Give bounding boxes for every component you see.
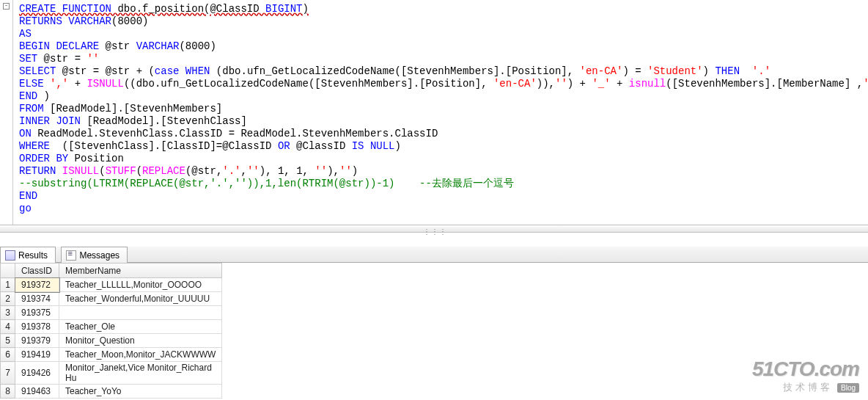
table-row[interactable]: 6919419Teacher_Moon,Monitor_JACKWWWW bbox=[1, 348, 222, 362]
tab-results-label: Results bbox=[18, 250, 48, 261]
cell-membername[interactable]: Teacher_LLLLLL,Monitor_OOOOO bbox=[59, 278, 222, 292]
cell-classid[interactable]: 919419 bbox=[15, 348, 59, 362]
row-number[interactable]: 8 bbox=[1, 385, 15, 399]
row-number[interactable]: 1 bbox=[1, 278, 15, 292]
cell-classid[interactable]: 919379 bbox=[15, 334, 59, 348]
corner-cell[interactable] bbox=[1, 263, 15, 278]
sql-editor-pane[interactable]: - CREATE FUNCTION dbo.f_position(@ClassI… bbox=[0, 0, 868, 225]
cell-classid[interactable]: 919375 bbox=[15, 306, 59, 320]
row-number[interactable]: 4 bbox=[1, 320, 15, 334]
code-area[interactable]: CREATE FUNCTION dbo.f_position(@ClassID … bbox=[0, 0, 868, 218]
row-number[interactable]: 6 bbox=[1, 348, 15, 362]
pane-splitter[interactable]: ⋮⋮⋮ bbox=[0, 225, 868, 233]
result-tabs: Results Messages bbox=[0, 247, 868, 263]
row-number[interactable]: 2 bbox=[1, 292, 15, 306]
cell-classid[interactable]: 919378 bbox=[15, 320, 59, 334]
gutter: - bbox=[0, 0, 13, 225]
cell-classid[interactable]: 919372 bbox=[15, 278, 59, 292]
tab-messages-label: Messages bbox=[79, 250, 119, 261]
row-number[interactable]: 5 bbox=[1, 334, 15, 348]
cell-membername[interactable]: Teacher_Moon,Monitor_JACKWWWW bbox=[59, 348, 222, 362]
cell-classid[interactable]: 919426 bbox=[15, 362, 59, 385]
col-header-membername[interactable]: MemberName bbox=[59, 263, 222, 278]
table-row[interactable]: 4919378Teacher_Ole bbox=[1, 320, 222, 334]
table-row[interactable]: 5919379Monitor_Question bbox=[1, 334, 222, 348]
results-grid-icon bbox=[5, 250, 15, 261]
table-row[interactable]: 1919372Teacher_LLLLLL,Monitor_OOOOO bbox=[1, 278, 222, 292]
results-pane: ClassID MemberName 1919372Teacher_LLLLLL… bbox=[0, 263, 868, 400]
cell-membername[interactable] bbox=[59, 306, 222, 320]
cell-membername[interactable]: Teacher_YoYo bbox=[59, 385, 222, 399]
results-grid[interactable]: ClassID MemberName 1919372Teacher_LLLLLL… bbox=[0, 263, 222, 399]
tab-messages[interactable]: Messages bbox=[61, 247, 128, 263]
table-row[interactable]: 8919463Teacher_YoYo bbox=[1, 385, 222, 399]
messages-icon bbox=[66, 250, 76, 261]
fold-toggle[interactable]: - bbox=[3, 3, 10, 10]
cell-membername[interactable]: Teacher_Wonderful,Monitor_UUUUU bbox=[59, 292, 222, 306]
table-row[interactable]: 3919375 bbox=[1, 306, 222, 320]
cell-membername[interactable]: Monitor_Janekt,Vice Monitor_Richard Hu bbox=[59, 362, 222, 385]
table-row[interactable]: 7919426Monitor_Janekt,Vice Monitor_Richa… bbox=[1, 362, 222, 385]
table-row[interactable]: 2919374Teacher_Wonderful,Monitor_UUUUU bbox=[1, 292, 222, 306]
row-number[interactable]: 7 bbox=[1, 362, 15, 385]
cell-membername[interactable]: Teacher_Ole bbox=[59, 320, 222, 334]
tab-results[interactable]: Results bbox=[0, 247, 56, 263]
cell-classid[interactable]: 919463 bbox=[15, 385, 59, 399]
cell-membername[interactable]: Monitor_Question bbox=[59, 334, 222, 348]
cell-classid[interactable]: 919374 bbox=[15, 292, 59, 306]
row-number[interactable]: 3 bbox=[1, 306, 15, 320]
col-header-classid[interactable]: ClassID bbox=[15, 263, 59, 278]
splitter-grip: ⋮⋮⋮ bbox=[423, 228, 445, 231]
